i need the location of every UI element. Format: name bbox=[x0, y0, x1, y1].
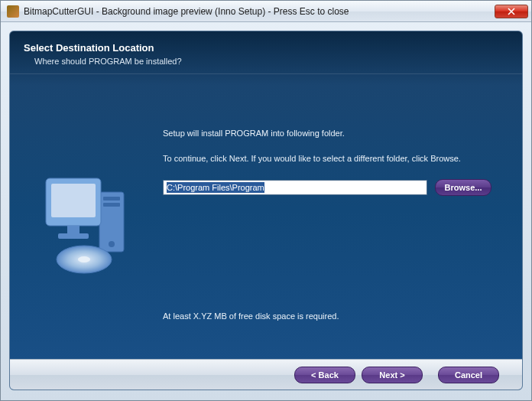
svg-rect-7 bbox=[58, 233, 89, 239]
disk-space-text: At least X.YZ MB of free disk space is r… bbox=[163, 311, 491, 322]
cancel-label: Cancel bbox=[455, 370, 482, 380]
close-button[interactable] bbox=[495, 5, 528, 18]
browse-label: Browse... bbox=[445, 183, 482, 192]
page-subtitle: Where should PROGRAM be installed? bbox=[34, 57, 508, 66]
next-button[interactable]: Next > bbox=[362, 367, 423, 383]
destination-path-input[interactable]: C:\Program Files\Program bbox=[163, 180, 427, 195]
svg-point-3 bbox=[109, 241, 115, 247]
svg-rect-6 bbox=[67, 226, 79, 233]
content-section: Setup will install PROGRAM into followin… bbox=[10, 74, 522, 359]
svg-rect-1 bbox=[103, 197, 120, 200]
header-section: Select Destination Location Where should… bbox=[10, 31, 522, 74]
continue-instruction: To continue, click Next. If you would li… bbox=[163, 153, 491, 165]
destination-path-value: C:\Program Files\Program bbox=[167, 182, 264, 193]
window-title: BitmapCutterGUI - Background image previ… bbox=[24, 6, 495, 17]
app-icon bbox=[7, 5, 19, 18]
browse-button[interactable]: Browse... bbox=[435, 179, 491, 196]
titlebar: BitmapCutterGUI - Background image previ… bbox=[1, 1, 531, 22]
page-title: Select Destination Location bbox=[24, 42, 508, 54]
main-panel: Select Destination Location Where should… bbox=[9, 31, 523, 390]
footer-bar: < Back Next > Cancel bbox=[10, 359, 522, 390]
cancel-button[interactable]: Cancel bbox=[438, 367, 499, 383]
next-label: Next > bbox=[379, 370, 404, 380]
installer-window: BitmapCutterGUI - Background image previ… bbox=[0, 0, 532, 401]
computer-disc-icon bbox=[29, 155, 136, 278]
back-button[interactable]: < Back bbox=[294, 367, 355, 383]
svg-rect-5 bbox=[51, 184, 96, 217]
illustration-column bbox=[10, 82, 155, 351]
form-column: Setup will install PROGRAM into followin… bbox=[155, 82, 522, 351]
back-label: < Back bbox=[311, 370, 339, 380]
path-row: C:\Program Files\Program Browse... bbox=[163, 179, 491, 196]
svg-point-9 bbox=[78, 256, 90, 262]
install-description: Setup will install PROGRAM into followin… bbox=[163, 128, 491, 139]
svg-rect-2 bbox=[103, 203, 120, 207]
close-icon bbox=[508, 8, 515, 15]
